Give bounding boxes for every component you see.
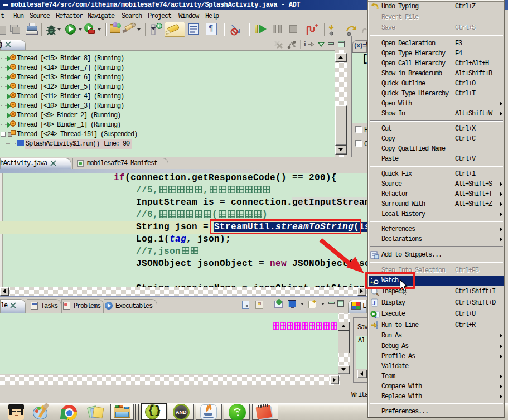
svg-text:J: J — [372, 299, 376, 307]
